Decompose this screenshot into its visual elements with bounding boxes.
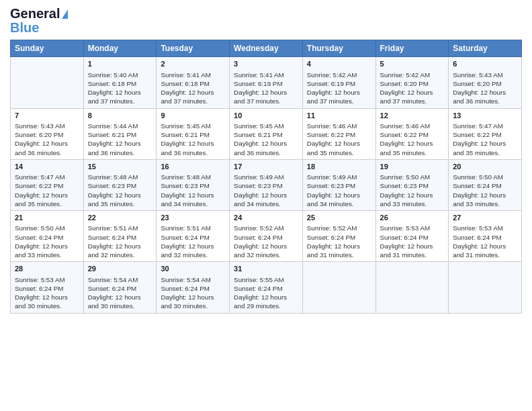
day-cell: 17Sunrise: 5:49 AM Sunset: 6:23 PM Dayli…	[230, 159, 303, 210]
day-info: Sunrise: 5:47 AM Sunset: 6:22 PM Dayligh…	[15, 173, 79, 208]
day-number: 23	[161, 213, 225, 223]
day-cell: 8Sunrise: 5:44 AM Sunset: 6:21 PM Daylig…	[83, 108, 157, 159]
day-cell: 12Sunrise: 5:46 AM Sunset: 6:22 PM Dayli…	[375, 108, 449, 159]
day-cell: 20Sunrise: 5:50 AM Sunset: 6:24 PM Dayli…	[449, 159, 522, 210]
day-cell: 30Sunrise: 5:54 AM Sunset: 6:24 PM Dayli…	[157, 262, 230, 313]
day-cell: 7Sunrise: 5:43 AM Sunset: 6:20 PM Daylig…	[11, 108, 84, 159]
logo-triangle-icon	[62, 9, 68, 19]
day-number: 17	[234, 162, 298, 172]
day-cell: 24Sunrise: 5:52 AM Sunset: 6:24 PM Dayli…	[230, 211, 303, 262]
day-info: Sunrise: 5:52 AM Sunset: 6:24 PM Dayligh…	[234, 224, 298, 259]
day-cell: 29Sunrise: 5:54 AM Sunset: 6:24 PM Dayli…	[83, 262, 157, 313]
day-info: Sunrise: 5:50 AM Sunset: 6:24 PM Dayligh…	[453, 173, 517, 208]
day-info: Sunrise: 5:42 AM Sunset: 6:19 PM Dayligh…	[307, 71, 371, 106]
day-cell: 10Sunrise: 5:45 AM Sunset: 6:21 PM Dayli…	[230, 108, 303, 159]
day-number: 30	[161, 264, 225, 274]
calendar-header-row: SundayMondayTuesdayWednesdayThursdayFrid…	[11, 40, 522, 57]
day-info: Sunrise: 5:50 AM Sunset: 6:24 PM Dayligh…	[15, 224, 79, 259]
day-info: Sunrise: 5:53 AM Sunset: 6:24 PM Dayligh…	[15, 275, 79, 311]
day-info: Sunrise: 5:44 AM Sunset: 6:21 PM Dayligh…	[88, 122, 152, 157]
day-number: 8	[88, 111, 152, 121]
day-cell: 28Sunrise: 5:53 AM Sunset: 6:24 PM Dayli…	[11, 262, 84, 313]
day-info: Sunrise: 5:52 AM Sunset: 6:24 PM Dayligh…	[307, 224, 371, 259]
column-header-wednesday: Wednesday	[230, 40, 303, 57]
day-cell: 14Sunrise: 5:47 AM Sunset: 6:22 PM Dayli…	[11, 159, 84, 210]
column-header-friday: Friday	[375, 40, 449, 57]
day-number: 12	[380, 111, 445, 121]
week-row-3: 14Sunrise: 5:47 AM Sunset: 6:22 PM Dayli…	[11, 159, 522, 210]
day-cell: 4Sunrise: 5:42 AM Sunset: 6:19 PM Daylig…	[302, 57, 375, 108]
day-info: Sunrise: 5:48 AM Sunset: 6:23 PM Dayligh…	[161, 173, 225, 208]
day-number: 26	[380, 213, 445, 223]
day-cell: 11Sunrise: 5:46 AM Sunset: 6:22 PM Dayli…	[302, 108, 375, 159]
day-number: 31	[234, 264, 298, 274]
day-info: Sunrise: 5:46 AM Sunset: 6:22 PM Dayligh…	[380, 122, 445, 157]
column-header-sunday: Sunday	[11, 40, 84, 57]
day-cell: 2Sunrise: 5:41 AM Sunset: 6:18 PM Daylig…	[157, 57, 230, 108]
day-cell: 6Sunrise: 5:43 AM Sunset: 6:20 PM Daylig…	[449, 57, 522, 108]
day-cell: 19Sunrise: 5:50 AM Sunset: 6:23 PM Dayli…	[375, 159, 449, 210]
day-info: Sunrise: 5:49 AM Sunset: 6:23 PM Dayligh…	[307, 173, 371, 208]
day-cell	[302, 262, 375, 313]
day-number: 21	[15, 213, 79, 223]
day-info: Sunrise: 5:46 AM Sunset: 6:22 PM Dayligh…	[307, 122, 371, 157]
day-info: Sunrise: 5:43 AM Sunset: 6:20 PM Dayligh…	[15, 122, 79, 157]
column-header-saturday: Saturday	[449, 40, 522, 57]
day-cell: 31Sunrise: 5:55 AM Sunset: 6:24 PM Dayli…	[230, 262, 303, 313]
calendar-table: SundayMondayTuesdayWednesdayThursdayFrid…	[10, 40, 522, 313]
day-cell: 3Sunrise: 5:41 AM Sunset: 6:19 PM Daylig…	[230, 57, 303, 108]
day-number: 16	[161, 162, 225, 172]
day-info: Sunrise: 5:55 AM Sunset: 6:24 PM Dayligh…	[234, 275, 298, 311]
day-cell: 27Sunrise: 5:53 AM Sunset: 6:24 PM Dayli…	[449, 211, 522, 262]
day-number: 29	[88, 264, 152, 274]
day-cell: 18Sunrise: 5:49 AM Sunset: 6:23 PM Dayli…	[302, 159, 375, 210]
day-info: Sunrise: 5:45 AM Sunset: 6:21 PM Dayligh…	[161, 122, 225, 157]
day-info: Sunrise: 5:47 AM Sunset: 6:22 PM Dayligh…	[453, 122, 517, 157]
day-cell: 16Sunrise: 5:48 AM Sunset: 6:23 PM Dayli…	[157, 159, 230, 210]
day-cell: 13Sunrise: 5:47 AM Sunset: 6:22 PM Dayli…	[449, 108, 522, 159]
day-number: 15	[88, 162, 152, 172]
day-number: 2	[161, 59, 225, 69]
day-number: 18	[307, 162, 371, 172]
column-header-tuesday: Tuesday	[157, 40, 230, 57]
column-header-monday: Monday	[83, 40, 157, 57]
day-number: 5	[380, 59, 445, 69]
day-number: 14	[15, 162, 79, 172]
day-info: Sunrise: 5:51 AM Sunset: 6:24 PM Dayligh…	[161, 224, 225, 259]
week-row-4: 21Sunrise: 5:50 AM Sunset: 6:24 PM Dayli…	[11, 211, 522, 262]
day-cell: 22Sunrise: 5:51 AM Sunset: 6:24 PM Dayli…	[83, 211, 157, 262]
day-number: 25	[307, 213, 371, 223]
day-cell: 9Sunrise: 5:45 AM Sunset: 6:21 PM Daylig…	[157, 108, 230, 159]
page-container: General Blue SundayMondayTuesdayWednesda…	[0, 0, 532, 411]
day-info: Sunrise: 5:54 AM Sunset: 6:24 PM Dayligh…	[161, 275, 225, 311]
day-number: 3	[234, 59, 298, 69]
day-cell: 26Sunrise: 5:53 AM Sunset: 6:24 PM Dayli…	[375, 211, 449, 262]
day-info: Sunrise: 5:41 AM Sunset: 6:19 PM Dayligh…	[234, 71, 298, 106]
day-info: Sunrise: 5:45 AM Sunset: 6:21 PM Dayligh…	[234, 122, 298, 157]
day-cell	[375, 262, 449, 313]
day-number: 7	[15, 111, 79, 121]
day-number: 24	[234, 213, 298, 223]
day-number: 19	[380, 162, 445, 172]
page-header: General Blue	[10, 7, 522, 34]
day-number: 11	[307, 111, 371, 121]
column-header-thursday: Thursday	[302, 40, 375, 57]
day-number: 10	[234, 111, 298, 121]
day-cell: 21Sunrise: 5:50 AM Sunset: 6:24 PM Dayli…	[11, 211, 84, 262]
day-number: 27	[453, 213, 517, 223]
day-info: Sunrise: 5:53 AM Sunset: 6:24 PM Dayligh…	[453, 224, 517, 259]
day-number: 4	[307, 59, 371, 69]
week-row-1: 1Sunrise: 5:40 AM Sunset: 6:18 PM Daylig…	[11, 57, 522, 108]
day-cell: 25Sunrise: 5:52 AM Sunset: 6:24 PM Dayli…	[302, 211, 375, 262]
day-cell	[11, 57, 84, 108]
day-info: Sunrise: 5:49 AM Sunset: 6:23 PM Dayligh…	[234, 173, 298, 208]
week-row-5: 28Sunrise: 5:53 AM Sunset: 6:24 PM Dayli…	[11, 262, 522, 313]
day-number: 6	[453, 59, 517, 69]
day-info: Sunrise: 5:42 AM Sunset: 6:20 PM Dayligh…	[380, 71, 445, 106]
day-cell: 1Sunrise: 5:40 AM Sunset: 6:18 PM Daylig…	[83, 57, 157, 108]
logo-blue-text: Blue	[10, 20, 39, 35]
week-row-2: 7Sunrise: 5:43 AM Sunset: 6:20 PM Daylig…	[11, 108, 522, 159]
day-number: 13	[453, 111, 517, 121]
day-number: 20	[453, 162, 517, 172]
logo-general-text: General	[10, 6, 60, 21]
